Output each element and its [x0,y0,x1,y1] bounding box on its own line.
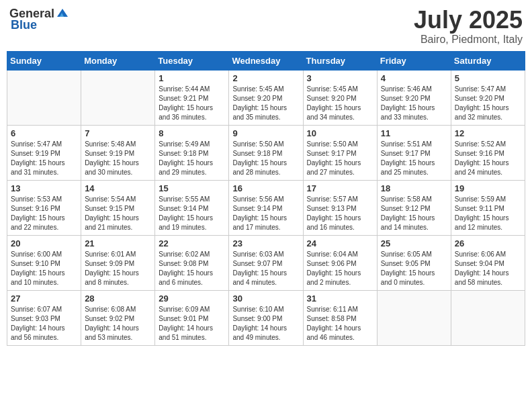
calendar-cell: 20Sunrise: 6:00 AM Sunset: 9:10 PM Dayli… [7,235,81,290]
logo-blue: Blue [11,18,37,32]
location-title: Bairo, Piedmont, Italy [414,34,523,46]
logo: General Blue [9,7,69,32]
calendar-cell: 26Sunrise: 6:06 AM Sunset: 9:04 PM Dayli… [451,235,525,290]
calendar-cell: 15Sunrise: 5:55 AM Sunset: 9:14 PM Dayli… [155,180,229,235]
cell-info: Sunrise: 5:47 AM Sunset: 9:19 PM Dayligh… [11,140,77,177]
cell-info: Sunrise: 6:02 AM Sunset: 9:08 PM Dayligh… [159,250,225,287]
title-block: July 2025 Bairo, Piedmont, Italy [414,7,523,46]
calendar-cell [377,290,451,345]
calendar-cell: 24Sunrise: 6:04 AM Sunset: 9:06 PM Dayli… [303,235,377,290]
calendar-cell [81,70,155,125]
calendar-cell: 22Sunrise: 6:02 AM Sunset: 9:08 PM Dayli… [155,235,229,290]
cell-info: Sunrise: 5:55 AM Sunset: 9:14 PM Dayligh… [159,195,225,232]
calendar-week-row: 13Sunrise: 5:53 AM Sunset: 9:16 PM Dayli… [7,180,525,235]
calendar-week-row: 6Sunrise: 5:47 AM Sunset: 9:19 PM Daylig… [7,125,525,180]
calendar-cell: 3Sunrise: 5:45 AM Sunset: 9:20 PM Daylig… [303,70,377,125]
cell-info: Sunrise: 5:50 AM Sunset: 9:18 PM Dayligh… [232,140,299,177]
day-number: 24 [307,238,373,248]
calendar-cell: 17Sunrise: 5:57 AM Sunset: 9:13 PM Dayli… [303,180,377,235]
calendar-cell: 1Sunrise: 5:44 AM Sunset: 9:21 PM Daylig… [155,70,229,125]
calendar-cell: 8Sunrise: 5:49 AM Sunset: 9:18 PM Daylig… [155,125,229,180]
cell-info: Sunrise: 6:06 AM Sunset: 9:04 PM Dayligh… [455,250,521,287]
calendar-cell: 23Sunrise: 6:03 AM Sunset: 9:07 PM Dayli… [229,235,303,290]
cell-info: Sunrise: 6:10 AM Sunset: 9:00 PM Dayligh… [232,305,299,342]
day-number: 9 [232,128,299,138]
weekday-header: Wednesday [229,51,303,70]
day-number: 29 [159,293,225,304]
cell-info: Sunrise: 6:11 AM Sunset: 8:58 PM Dayligh… [307,305,373,342]
day-number: 10 [307,128,373,138]
page-header: General Blue July 2025 Bairo, Piedmont, … [7,7,525,46]
cell-info: Sunrise: 6:03 AM Sunset: 9:07 PM Dayligh… [232,250,299,287]
calendar-cell: 5Sunrise: 5:47 AM Sunset: 9:20 PM Daylig… [451,70,525,125]
day-number: 8 [159,128,225,138]
weekday-header: Saturday [451,51,525,70]
logo-icon [56,7,69,21]
day-number: 18 [381,183,447,193]
cell-info: Sunrise: 5:49 AM Sunset: 9:18 PM Dayligh… [159,140,225,177]
calendar-cell: 2Sunrise: 5:45 AM Sunset: 9:20 PM Daylig… [229,70,303,125]
day-number: 31 [307,293,373,304]
day-number: 4 [381,73,447,83]
weekday-header: Tuesday [155,51,229,70]
cell-info: Sunrise: 5:54 AM Sunset: 9:15 PM Dayligh… [85,195,151,232]
calendar-cell: 27Sunrise: 6:07 AM Sunset: 9:03 PM Dayli… [7,290,81,345]
day-number: 14 [85,183,151,193]
cell-info: Sunrise: 6:09 AM Sunset: 9:01 PM Dayligh… [159,305,225,342]
cell-info: Sunrise: 5:50 AM Sunset: 9:17 PM Dayligh… [307,140,373,177]
calendar-cell: 25Sunrise: 6:05 AM Sunset: 9:05 PM Dayli… [377,235,451,290]
cell-info: Sunrise: 5:59 AM Sunset: 9:11 PM Dayligh… [455,195,521,232]
day-number: 26 [455,238,521,248]
day-number: 28 [85,293,151,304]
calendar-cell: 10Sunrise: 5:50 AM Sunset: 9:17 PM Dayli… [303,125,377,180]
cell-info: Sunrise: 5:51 AM Sunset: 9:17 PM Dayligh… [381,140,447,177]
weekday-header: Friday [377,51,451,70]
calendar-cell: 7Sunrise: 5:48 AM Sunset: 9:19 PM Daylig… [81,125,155,180]
cell-info: Sunrise: 6:05 AM Sunset: 9:05 PM Dayligh… [381,250,447,287]
month-title: July 2025 [414,7,523,34]
day-number: 11 [381,128,447,138]
cell-info: Sunrise: 5:52 AM Sunset: 9:16 PM Dayligh… [455,140,521,177]
day-number: 2 [232,73,299,83]
calendar-cell: 4Sunrise: 5:46 AM Sunset: 9:20 PM Daylig… [377,70,451,125]
cell-info: Sunrise: 6:00 AM Sunset: 9:10 PM Dayligh… [11,250,77,287]
calendar-week-row: 20Sunrise: 6:00 AM Sunset: 9:10 PM Dayli… [7,235,525,290]
calendar-cell: 16Sunrise: 5:56 AM Sunset: 9:14 PM Dayli… [229,180,303,235]
day-number: 23 [232,238,299,248]
cell-info: Sunrise: 6:01 AM Sunset: 9:09 PM Dayligh… [85,250,151,287]
day-number: 19 [455,183,521,193]
calendar-table: SundayMondayTuesdayWednesdayThursdayFrid… [7,51,525,346]
day-number: 15 [159,183,225,193]
cell-info: Sunrise: 5:45 AM Sunset: 9:20 PM Dayligh… [232,85,299,122]
cell-info: Sunrise: 6:04 AM Sunset: 9:06 PM Dayligh… [307,250,373,287]
calendar-cell: 6Sunrise: 5:47 AM Sunset: 9:19 PM Daylig… [7,125,81,180]
day-number: 6 [11,128,77,138]
cell-info: Sunrise: 5:44 AM Sunset: 9:21 PM Dayligh… [159,85,225,122]
day-number: 25 [381,238,447,248]
calendar-cell: 29Sunrise: 6:09 AM Sunset: 9:01 PM Dayli… [155,290,229,345]
calendar-cell: 31Sunrise: 6:11 AM Sunset: 8:58 PM Dayli… [303,290,377,345]
calendar-cell: 18Sunrise: 5:58 AM Sunset: 9:12 PM Dayli… [377,180,451,235]
day-number: 13 [11,183,77,193]
calendar-cell [451,290,525,345]
cell-info: Sunrise: 5:53 AM Sunset: 9:16 PM Dayligh… [11,195,77,232]
calendar-cell: 28Sunrise: 6:08 AM Sunset: 9:02 PM Dayli… [81,290,155,345]
day-number: 7 [85,128,151,138]
calendar-week-row: 1Sunrise: 5:44 AM Sunset: 9:21 PM Daylig… [7,70,525,125]
cell-info: Sunrise: 5:47 AM Sunset: 9:20 PM Dayligh… [455,85,521,122]
weekday-header-row: SundayMondayTuesdayWednesdayThursdayFrid… [7,51,525,70]
calendar-cell: 11Sunrise: 5:51 AM Sunset: 9:17 PM Dayli… [377,125,451,180]
calendar-week-row: 27Sunrise: 6:07 AM Sunset: 9:03 PM Dayli… [7,290,525,345]
cell-info: Sunrise: 6:08 AM Sunset: 9:02 PM Dayligh… [85,305,151,342]
day-number: 27 [11,293,77,304]
calendar-cell: 13Sunrise: 5:53 AM Sunset: 9:16 PM Dayli… [7,180,81,235]
calendar-cell: 30Sunrise: 6:10 AM Sunset: 9:00 PM Dayli… [229,290,303,345]
day-number: 20 [11,238,77,248]
calendar-cell: 14Sunrise: 5:54 AM Sunset: 9:15 PM Dayli… [81,180,155,235]
day-number: 16 [232,183,299,193]
cell-info: Sunrise: 5:46 AM Sunset: 9:20 PM Dayligh… [381,85,447,122]
cell-info: Sunrise: 6:07 AM Sunset: 9:03 PM Dayligh… [11,305,77,342]
calendar-cell: 19Sunrise: 5:59 AM Sunset: 9:11 PM Dayli… [451,180,525,235]
day-number: 5 [455,73,521,83]
calendar-cell: 9Sunrise: 5:50 AM Sunset: 9:18 PM Daylig… [229,125,303,180]
